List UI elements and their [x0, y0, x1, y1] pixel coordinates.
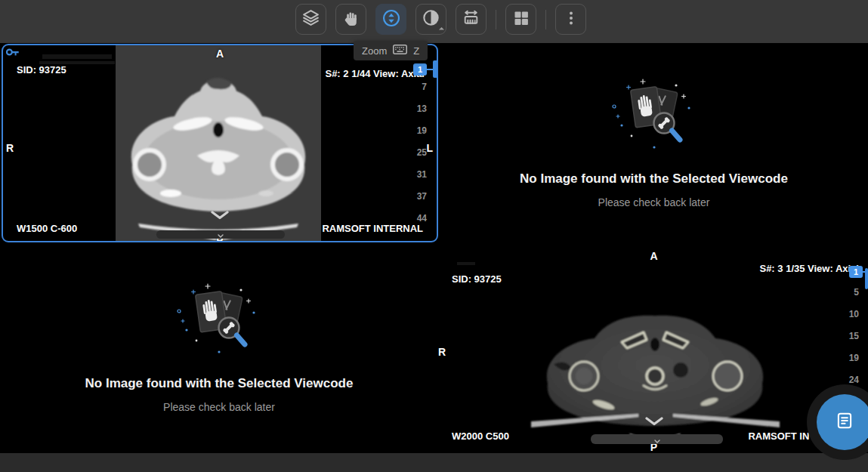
tooltip-shortcut: Z [413, 45, 419, 57]
no-image-illustration [608, 78, 700, 155]
thumbnail-strip-collapsed[interactable] [156, 230, 285, 239]
viewport-bottom-left[interactable]: No Image found with the Selected Viewcod… [0, 242, 438, 453]
chevron-down-icon[interactable] [3, 209, 437, 223]
slice-tick: 10 [849, 309, 859, 319]
sid-label: SID: 93725 [17, 64, 66, 76]
more-options-button[interactable] [555, 4, 586, 35]
thumbnail-strip-collapsed[interactable] [591, 434, 723, 444]
redacted-patient-info [457, 262, 475, 265]
sid-label: SID: 93725 [452, 273, 502, 285]
window-level-dropdown-caret[interactable] [439, 27, 444, 32]
slice-scrollbar-thumb[interactable] [865, 268, 868, 289]
toolbar-divider [496, 10, 496, 29]
orientation-marker-left: L [426, 142, 433, 154]
keyboard-icon [393, 45, 407, 57]
slice-tick: 7 [422, 82, 427, 92]
ct-image-axial-bone [525, 295, 786, 453]
orientation-marker-right: R [438, 346, 446, 358]
zoom-tooltip: Zoom Z [354, 41, 428, 60]
slice-tick: 37 [417, 191, 427, 202]
slice-tick: 25 [417, 147, 427, 158]
orientation-marker-anterior: A [440, 250, 868, 262]
no-image-title: No Image found with the Selected Viewcod… [520, 171, 788, 187]
viewer-screen: Zoom Z [0, 0, 868, 472]
zoom-icon [381, 8, 401, 31]
slice-tick: 19 [417, 125, 427, 136]
slice-tick: 15 [849, 331, 859, 341]
slice-tick: 13 [417, 103, 427, 114]
grid-layout-icon [512, 9, 530, 30]
toolbar-divider [545, 10, 546, 29]
tooltip-label: Zoom [362, 45, 387, 57]
layers-icon [301, 8, 320, 30]
chevron-down-icon[interactable] [440, 415, 868, 429]
no-image-title: No Image found with the Selected Viewcod… [85, 376, 354, 391]
viewport-bottom-right[interactable]: SID: 93725 A S#: 3 1/35 View: Axial R W2… [440, 243, 868, 453]
no-image-subtitle: Please check back later [163, 401, 275, 413]
toolbar [0, 0, 868, 43]
ruler-icon [462, 8, 480, 30]
window-level-label: W1500 C-600 [17, 223, 77, 234]
slice-scrollbar-thumb[interactable] [433, 60, 438, 78]
series-info-label: S#: 2 1/44 View: Axial [325, 68, 425, 79]
layers-button[interactable] [295, 4, 326, 35]
hand-icon [342, 9, 360, 30]
toolbar-buttons [295, 4, 586, 35]
slice-tick: 5 [854, 287, 859, 298]
slice-tick: 24 [849, 375, 859, 385]
series-info-label: S#: 3 1/35 View: Axial [759, 263, 859, 274]
pan-button[interactable] [335, 4, 366, 35]
report-fab-button[interactable] [817, 394, 868, 450]
zoom-button[interactable] [375, 4, 406, 35]
slice-number-badge[interactable]: 1 [849, 266, 863, 278]
viewport-top-left[interactable]: SID: 93725 A S#: 2 1/44 View: Axial R L … [2, 44, 438, 242]
institution-label: RAMSOFT INTERNAL [322, 223, 423, 234]
notes-document-icon [835, 411, 854, 433]
slice-number-badge[interactable]: 1 [413, 63, 427, 76]
layout-button[interactable] [505, 4, 536, 35]
window-level-label: W2000 C500 [452, 430, 509, 442]
measure-button[interactable] [456, 4, 487, 35]
viewport-top-right[interactable]: No Image found with the Selected Viewcod… [440, 43, 868, 242]
contrast-icon [422, 8, 440, 30]
slice-tick: 19 [849, 353, 859, 363]
slice-tick: 31 [417, 169, 427, 180]
orientation-marker-right: R [6, 142, 14, 154]
bottom-bar [0, 453, 868, 472]
no-image-illustration [173, 282, 265, 359]
kebab-menu-icon [562, 9, 580, 30]
no-image-subtitle: Please check back later [598, 196, 710, 208]
slice-tick-labels: 7131925313744 [417, 82, 427, 224]
window-level-button[interactable] [415, 4, 446, 35]
